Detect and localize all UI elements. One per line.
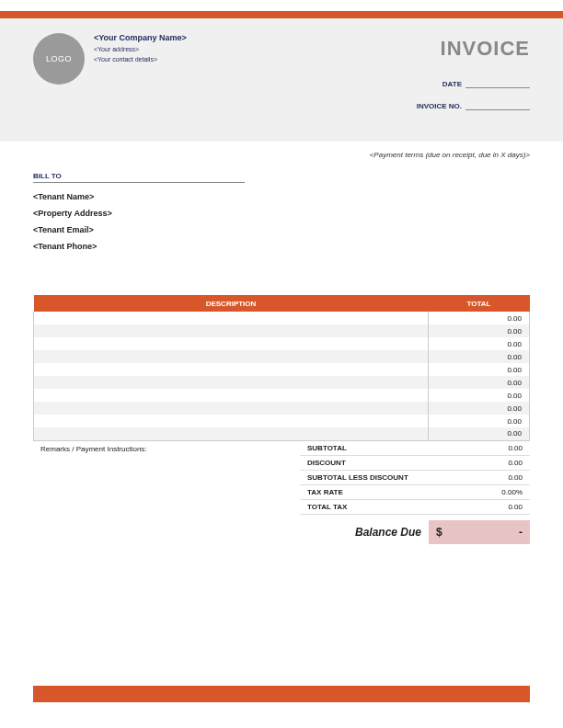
invoice-no-row: INVOICE NO.	[397, 97, 530, 110]
item-description[interactable]	[34, 363, 429, 376]
total-tax-row: TOTAL TAX 0.00	[300, 500, 530, 515]
discount-label: DISCOUNT	[307, 459, 346, 467]
item-total[interactable]: 0.00	[429, 363, 530, 376]
header-section: LOGO <Your Company Name> <Your address> …	[0, 18, 563, 142]
table-row: 0.00	[34, 427, 530, 440]
tax-rate-value: 0.00%	[449, 488, 523, 496]
discount-row: DISCOUNT 0.00	[300, 456, 530, 471]
invoice-meta-block: INVOICE DATE INVOICE NO.	[397, 33, 530, 119]
subtotal-value: 0.00	[449, 444, 523, 452]
property-address: <Property Address>	[33, 209, 530, 218]
item-description[interactable]	[34, 415, 429, 427]
table-row: 0.00	[34, 312, 530, 324]
tenant-phone: <Tenant Phone>	[33, 242, 530, 251]
company-name: <Your Company Name>	[94, 33, 187, 42]
header-total: TOTAL	[429, 295, 530, 312]
table-row: 0.00	[34, 337, 530, 350]
table-row: 0.00	[34, 350, 530, 363]
header-description: DESCRIPTION	[34, 295, 429, 312]
less-discount-row: SUBTOTAL LESS DISCOUNT 0.00	[300, 471, 530, 485]
table-row: 0.00	[34, 415, 530, 427]
less-discount-value: 0.00	[449, 473, 523, 482]
totals-block: SUBTOTAL 0.00 DISCOUNT 0.00 SUBTOTAL LES…	[300, 441, 530, 544]
tenant-email: <Tenant Email>	[33, 225, 530, 234]
line-items-table: DESCRIPTION TOTAL 0.000.000.000.000.000.…	[33, 295, 530, 441]
company-block: LOGO <Your Company Name> <Your address> …	[33, 33, 187, 119]
company-contact: <Your contact details>	[94, 56, 187, 63]
date-value-field[interactable]	[465, 75, 530, 88]
tenant-name: <Tenant Name>	[33, 192, 530, 201]
bill-to-section: BILL TO <Tenant Name> <Property Address>…	[0, 165, 563, 277]
table-header-row: DESCRIPTION TOTAL	[34, 295, 530, 312]
item-description[interactable]	[34, 376, 429, 389]
total-tax-value: 0.00	[449, 503, 523, 511]
table-row: 0.00	[34, 376, 530, 389]
table-row: 0.00	[34, 389, 530, 402]
tax-rate-label: TAX RATE	[307, 488, 343, 496]
company-text: <Your Company Name> <Your address> <Your…	[94, 33, 187, 119]
bottom-accent-bar	[33, 686, 530, 702]
summary-section: Remarks / Payment Instructions: SUBTOTAL…	[33, 441, 530, 544]
balance-due-row: Balance Due $ -	[300, 520, 530, 544]
tax-rate-row: TAX RATE 0.00%	[300, 485, 530, 500]
balance-due-value: $ -	[429, 520, 530, 544]
company-address: <Your address>	[94, 46, 187, 52]
table-row: 0.00	[34, 402, 530, 415]
date-row: DATE	[397, 75, 530, 88]
item-total[interactable]: 0.00	[429, 376, 530, 389]
date-label: DATE	[397, 80, 462, 88]
item-total[interactable]: 0.00	[429, 312, 530, 324]
item-total[interactable]: 0.00	[429, 427, 530, 440]
bill-to-label: BILL TO	[33, 172, 245, 183]
item-total[interactable]: 0.00	[429, 402, 530, 415]
item-total[interactable]: 0.00	[429, 389, 530, 402]
balance-due-label: Balance Due	[300, 526, 429, 539]
item-description[interactable]	[34, 427, 429, 440]
total-tax-label: TOTAL TAX	[307, 503, 347, 511]
item-total[interactable]: 0.00	[429, 337, 530, 350]
item-description[interactable]	[34, 402, 429, 415]
subtotal-row: SUBTOTAL 0.00	[300, 441, 530, 456]
item-description[interactable]	[34, 324, 429, 337]
remarks-label: Remarks / Payment Instructions:	[33, 441, 300, 544]
table-row: 0.00	[34, 363, 530, 376]
invoice-title: INVOICE	[397, 37, 530, 61]
invoice-no-label: INVOICE NO.	[397, 102, 462, 110]
item-description[interactable]	[34, 312, 429, 324]
item-description[interactable]	[34, 389, 429, 402]
item-total[interactable]: 0.00	[429, 415, 530, 427]
invoice-no-value-field[interactable]	[465, 97, 530, 110]
top-accent-bar	[0, 11, 563, 18]
less-discount-label: SUBTOTAL LESS DISCOUNT	[307, 473, 408, 482]
item-total[interactable]: 0.00	[429, 350, 530, 363]
item-description[interactable]	[34, 350, 429, 363]
item-description[interactable]	[34, 337, 429, 350]
discount-value: 0.00	[449, 459, 523, 467]
table-row: 0.00	[34, 324, 530, 337]
payment-terms: <Payment terms (due on receipt, due in X…	[0, 142, 563, 165]
balance-amount: -	[519, 526, 523, 539]
logo-placeholder: LOGO	[33, 33, 85, 85]
balance-currency: $	[436, 526, 442, 539]
item-total[interactable]: 0.00	[429, 324, 530, 337]
subtotal-label: SUBTOTAL	[307, 444, 347, 452]
